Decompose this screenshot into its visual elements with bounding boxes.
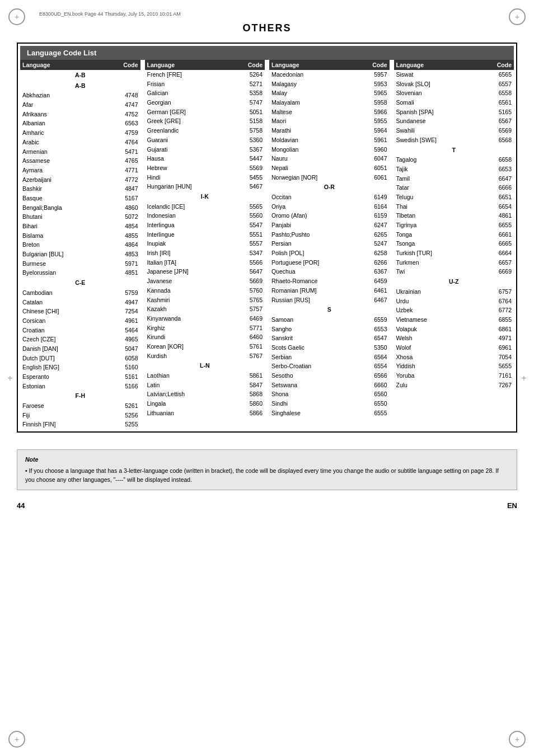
language-name: Malayalam	[269, 98, 357, 107]
col2: Language Code French [FRE]5264Frisian527…	[145, 60, 265, 417]
language-name: Aymara	[20, 166, 105, 175]
language-code: 4855	[105, 231, 140, 241]
language-name: Faroese	[20, 401, 105, 411]
language-name: Irish [IRI]	[145, 248, 231, 258]
table-row: Afar4747	[20, 100, 140, 110]
section-header-cell: I-K	[145, 191, 265, 202]
table-row: Slovak [SLO]6557	[394, 79, 514, 89]
language-code: 5455	[231, 173, 265, 182]
table-row: Amharic4759	[20, 128, 140, 138]
language-code: 6651	[478, 192, 514, 202]
language-code: 5647	[231, 267, 265, 276]
table-row: Maori5955	[269, 116, 390, 126]
table-row: Bihari4854	[20, 222, 140, 231]
col4-table: Language Code Siswat6565Slovak [SLO]6557…	[394, 60, 514, 389]
table-row: English [ENG]5160	[20, 363, 140, 372]
col4: Language Code Siswat6565Slovak [SLO]6557…	[394, 60, 514, 389]
section-header-cell: F-H	[20, 391, 140, 401]
language-name: Yiddish	[394, 361, 478, 371]
table-row: Quechua6367	[269, 267, 390, 276]
table-row: Dutch [DUT]6058	[20, 354, 140, 363]
section-row: I-K	[145, 191, 265, 202]
table-row: Volapuk6861	[394, 325, 514, 334]
language-name: Tagalog	[394, 155, 478, 165]
language-code: 5166	[105, 382, 140, 391]
language-code: 6665	[478, 239, 514, 248]
language-name: Quechua	[269, 267, 357, 276]
language-code: 4861	[478, 211, 514, 220]
table-row: Bulgarian [BUL]4853	[20, 250, 140, 259]
table-row: Icelandic [ICE]5565	[145, 202, 265, 212]
table-row: Panjabi6247	[269, 220, 390, 230]
language-name: Sindhi	[269, 399, 357, 408]
language-code: 6669	[478, 267, 514, 276]
language-code: 6560	[357, 389, 390, 399]
table-row: Esperanto5161	[20, 372, 140, 382]
language-code: 6757	[478, 287, 514, 297]
language-code: 6047	[357, 154, 390, 163]
table-row: Hebrew5569	[145, 163, 265, 173]
language-code: 6367	[357, 267, 390, 276]
table-row: Aymara4771	[20, 166, 140, 175]
language-name: Slovak [SLO]	[394, 79, 478, 89]
language-name: Albanian	[20, 119, 105, 128]
language-code: 5471	[105, 147, 140, 157]
language-name: Spanish [SPA]	[394, 107, 478, 117]
language-name: Czech [CZE]	[20, 335, 105, 344]
language-name: Arabic	[20, 138, 105, 147]
language-code: 5350	[357, 343, 390, 353]
table-row: Slovenian6558	[394, 88, 514, 98]
table-row: Gujarati5367	[145, 145, 265, 154]
table-row: Kirundi6460	[145, 332, 265, 342]
table-row: Welsh4971	[394, 334, 514, 343]
language-code: 5560	[231, 211, 265, 220]
language-name: Kinyarwanda	[145, 314, 231, 323]
language-name: Bashkir	[20, 184, 105, 194]
table-row: Serbo-Croatian6554	[269, 361, 390, 371]
language-name: Wolof	[394, 343, 478, 353]
language-code: 5964	[357, 126, 390, 135]
language-name: Thai	[394, 202, 478, 212]
language-code: 6664	[478, 248, 514, 258]
table-row: Danish [DAN]5047	[20, 344, 140, 354]
table-row: Croatian5464	[20, 326, 140, 335]
language-name: Macedonian	[269, 70, 357, 79]
table-row: Tatar6666	[394, 183, 514, 192]
language-name: Sesotho	[269, 371, 357, 381]
table-row: Siswat6565	[394, 70, 514, 79]
language-code: 5467	[231, 182, 265, 191]
language-code: 5767	[231, 351, 265, 361]
table-row: Shona6560	[269, 389, 390, 399]
table-row: Japanese [JPN]5647	[145, 267, 265, 276]
note-title: Note	[25, 456, 509, 464]
language-name: Xhosa	[394, 353, 478, 362]
language-code: 6564	[357, 353, 390, 362]
table-row: Norwegian [NOR]6061	[269, 173, 390, 182]
table-row: Macedonian5957	[269, 70, 390, 79]
language-name: Uzbek	[394, 306, 478, 315]
language-code: 5547	[231, 220, 265, 230]
language-code: 6658	[478, 155, 514, 165]
language-code: 4971	[478, 334, 514, 343]
corner-tl	[8, 8, 25, 25]
table-row: Nauru6047	[269, 154, 390, 163]
language-code: 5158	[231, 116, 265, 126]
language-name: Finnish [FIN]	[20, 420, 105, 429]
language-name: Hausa	[145, 154, 231, 163]
table-row: Kazakh5757	[145, 304, 265, 314]
language-name: Portuguese [POR]	[269, 258, 357, 267]
language-name: Siswat	[394, 70, 478, 79]
language-code: 4961	[105, 316, 140, 326]
language-code: 4765	[105, 156, 140, 166]
language-name: German [GER]	[145, 107, 231, 117]
table-row: Indonesian5560	[145, 211, 265, 220]
language-name: Tibetan	[394, 211, 478, 220]
language-code: 5861	[231, 371, 265, 381]
col1-header-code: Code	[105, 60, 140, 70]
language-name: Romanian [RUM]	[269, 286, 357, 295]
table-row: Fiji5256	[20, 411, 140, 420]
table-row: Lithuanian5866	[145, 408, 265, 418]
table-row: Setswana6660	[269, 381, 390, 390]
table-row: Romanian [RUM]6461	[269, 286, 390, 295]
language-name: Korean [KOR]	[145, 342, 231, 351]
